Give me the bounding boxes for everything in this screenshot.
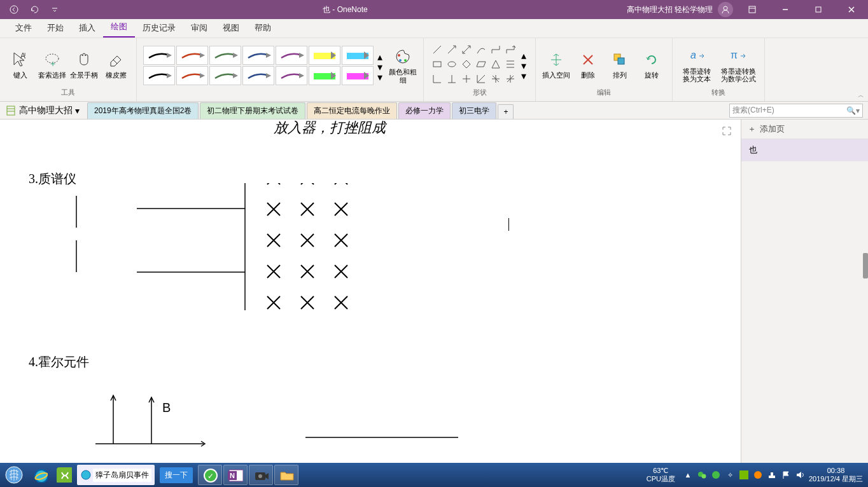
pen-0-5[interactable] [309, 46, 340, 65]
search-input[interactable]: 搜索(Ctrl+E) 🔍▾ [729, 104, 863, 118]
pen-0-4[interactable] [276, 46, 307, 65]
taskbar-ie[interactable] [29, 465, 52, 485]
qat-more-button[interactable] [46, 2, 64, 17]
pen-1-4[interactable] [276, 66, 307, 85]
taskbar-onenote[interactable]: N [223, 465, 248, 485]
shape-triangle[interactable] [489, 57, 503, 71]
shape-scroll-up[interactable]: ▴ [521, 50, 530, 58]
start-button[interactable] [0, 463, 28, 487]
tray-icon-5[interactable] [753, 470, 763, 480]
tray-network-icon[interactable] [767, 470, 777, 480]
taskbar-ie-window[interactable]: 獐子岛扇贝事件 [77, 465, 155, 485]
add-page-button[interactable]: ＋ 添加页 [741, 120, 868, 139]
tray-volume-icon[interactable] [795, 470, 805, 480]
shape-axis2[interactable] [445, 72, 459, 86]
insert-space-button[interactable]: 插入空间 [541, 42, 571, 86]
section-tab-0[interactable]: 2019年高考物理真题全国2卷 [87, 102, 199, 119]
color-thickness-button[interactable]: 颜色和粗细 [388, 43, 418, 88]
ribbon-display-button[interactable] [738, 0, 766, 19]
taskbar-security[interactable]: ✓ [198, 465, 222, 485]
tab-insert[interactable]: 插入 [71, 18, 103, 38]
tab-file[interactable]: 文件 [8, 18, 39, 38]
pen-1-3[interactable] [242, 66, 274, 85]
minimize-button[interactable] [771, 0, 799, 19]
pen-1-5[interactable] [309, 66, 340, 85]
add-section-button[interactable]: + [498, 104, 514, 119]
shape-scroll-down[interactable]: ▾ [521, 60, 530, 69]
pen-scroll-down[interactable]: ▾ [377, 61, 386, 70]
shape-doublearrow[interactable] [459, 43, 473, 57]
lasso-button[interactable]: + 套索选择 [37, 42, 67, 86]
expand-icon[interactable] [722, 126, 732, 139]
svg-text:+: + [50, 58, 55, 69]
eraser-button[interactable]: 橡皮擦 [101, 42, 131, 86]
tab-help[interactable]: 帮助 [247, 18, 279, 38]
page-item-0[interactable]: 也 [741, 139, 868, 161]
tab-view[interactable]: 视图 [215, 18, 247, 38]
pen-gallery-more[interactable]: ▾ [377, 71, 386, 80]
section-tab-4[interactable]: 初三电学 [452, 102, 496, 119]
cpu-temp[interactable]: 63℃ CPU温度 [643, 467, 679, 483]
rotate-button[interactable]: 旋转 [636, 42, 667, 86]
maximize-button[interactable] [804, 0, 832, 19]
back-button[interactable] [5, 2, 23, 17]
tab-history[interactable]: 历史记录 [135, 18, 183, 38]
delete-button[interactable]: 删除 [573, 42, 603, 86]
pen-1-6[interactable] [342, 66, 374, 85]
tray-flag-icon[interactable] [781, 470, 791, 480]
user-avatar[interactable] [718, 2, 733, 17]
shape-line[interactable] [430, 43, 444, 57]
pen-1-1[interactable] [176, 66, 208, 85]
notebook-dropdown[interactable]: 高中物理大招 ▾ [5, 105, 87, 116]
taskbar-explorer[interactable] [274, 465, 298, 485]
pen-1-2[interactable] [209, 66, 241, 85]
tray-nvidia-icon[interactable] [739, 470, 749, 480]
pen-0-0[interactable] [143, 46, 175, 65]
shape-arrow[interactable] [445, 43, 459, 57]
shape-more1[interactable] [503, 57, 517, 71]
shape-axis1[interactable] [430, 72, 444, 86]
shape-axis5[interactable] [489, 72, 503, 86]
canvas[interactable]: 放入器，打挫阻成 3.质谱仪 4.霍尔元件 B [0, 120, 741, 463]
section-tab-3[interactable]: 必修一力学 [398, 102, 451, 119]
pen-0-2[interactable] [209, 46, 241, 65]
undo-button[interactable] [25, 2, 43, 17]
taskbar-app1[interactable] [53, 465, 76, 485]
shape-axis4[interactable] [474, 72, 488, 86]
tab-draw[interactable]: 绘图 [103, 17, 135, 38]
section-tab-1[interactable]: 初二物理下册期末考试试卷 [200, 102, 305, 119]
shape-elbow-arrow[interactable] [503, 43, 517, 57]
type-button[interactable]: AI 键入 [5, 42, 36, 86]
shape-more[interactable]: ▾ [521, 70, 530, 79]
tray-wechat-icon[interactable] [697, 470, 707, 480]
section-tab-2[interactable]: 高二恒定电流每晚作业 [307, 102, 397, 119]
pen-0-1[interactable] [176, 46, 208, 65]
shape-axis6[interactable] [503, 72, 517, 86]
taskbar-sogou[interactable]: 搜一下 [156, 465, 197, 485]
pen-0-3[interactable] [242, 46, 274, 65]
taskbar-camera[interactable] [249, 465, 273, 485]
ink-to-text-button[interactable]: a 将墨迹转 换为文本 [678, 42, 716, 86]
pen-0-6[interactable] [342, 46, 374, 65]
shape-elbow[interactable] [489, 43, 503, 57]
tray-icon-3[interactable]: ✧ [725, 470, 735, 480]
pen-scroll-up[interactable]: ▴ [377, 51, 386, 60]
shape-curve[interactable] [474, 43, 488, 57]
scrollbar-thumb[interactable] [863, 253, 868, 278]
tray-shield-icon[interactable] [711, 470, 721, 480]
shape-axis3[interactable] [459, 72, 473, 86]
tray-icon-1[interactable]: ▲ [683, 470, 693, 480]
close-button[interactable] [837, 0, 865, 19]
clock[interactable]: 00:38 2019/12/4 星期三 [809, 467, 863, 483]
collapse-ribbon-button[interactable]: ︿ [858, 91, 864, 100]
shape-rect[interactable] [430, 57, 444, 71]
arrange-button[interactable]: 排列 [605, 42, 635, 86]
shape-ellipse[interactable] [445, 57, 459, 71]
pen-1-0[interactable] [143, 66, 175, 85]
ink-to-math-button[interactable]: π 将墨迹转换 为数学公式 [717, 42, 759, 86]
tab-home[interactable]: 开始 [39, 18, 71, 38]
pan-button[interactable]: 全景手柄 [69, 42, 99, 86]
shape-parallelogram[interactable] [474, 57, 488, 71]
tab-review[interactable]: 审阅 [183, 18, 215, 38]
shape-diamond[interactable] [459, 57, 473, 71]
